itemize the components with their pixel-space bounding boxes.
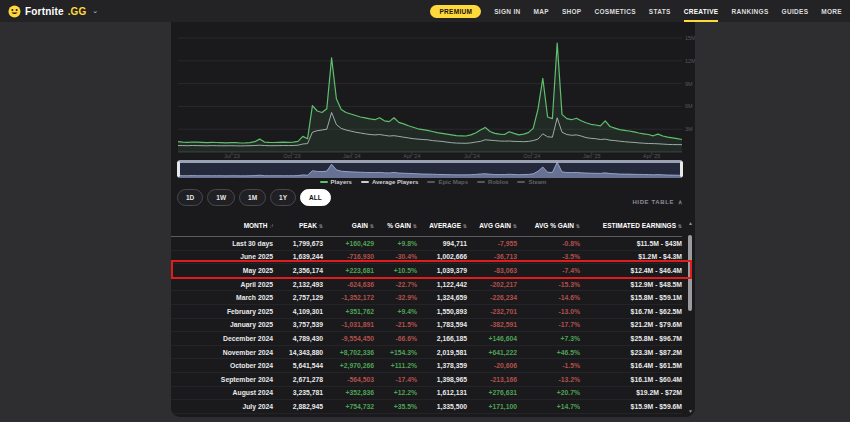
cell: 1,335,500 xyxy=(417,400,467,414)
cell: +171,100 xyxy=(467,400,517,414)
table-scroll-down-icon[interactable]: ▼ xyxy=(688,408,693,414)
table-row-october-2024[interactable]: October 20245,641,544+2,970,266+111.2%1,… xyxy=(171,359,682,373)
table-scrollbar-thumb[interactable] xyxy=(688,235,692,311)
cell: -9,554,450 xyxy=(323,332,374,346)
legend-label: Players xyxy=(331,179,352,185)
cell: $13.9M - $52.3M xyxy=(580,413,682,417)
cell: 2,019,581 xyxy=(417,345,467,359)
range-button-1y[interactable]: 1Y xyxy=(270,189,296,206)
creative-stats-panel: 3M6M9M12M15M Jul '23Oct '23Jan '24Apr '2… xyxy=(171,22,695,417)
column-header-avg-gain[interactable]: AVG % GAIN ⇅ xyxy=(517,215,580,237)
cell: -3.7% xyxy=(517,413,580,417)
nav-link-guides[interactable]: GUIDES xyxy=(782,0,809,22)
navigator-left-handle[interactable] xyxy=(177,161,180,177)
cell: March 2025 xyxy=(171,291,273,305)
range-button-1m[interactable]: 1M xyxy=(239,189,266,206)
cell: 1,550,893 xyxy=(417,304,467,318)
cell: -7,955 xyxy=(467,237,517,251)
cell: 3,757,539 xyxy=(273,318,323,332)
table-row-june-2025[interactable]: June 20251,639,244-716,930-30.4%1,002,66… xyxy=(171,250,682,264)
navigator-right-handle[interactable] xyxy=(680,161,683,177)
legend-dash-icon xyxy=(517,181,525,183)
legend-label: Roblox xyxy=(488,179,508,185)
cell: $16.4M - $61.5M xyxy=(580,359,682,373)
logo-text: Fortnite xyxy=(25,6,64,17)
cell: +9.8% xyxy=(374,237,417,251)
table-row-april-2025[interactable]: April 20252,132,493-624,636-22.7%1,122,4… xyxy=(171,277,682,291)
nav-link-shop[interactable]: SHOP xyxy=(562,0,582,22)
column-header-estimated-earnings[interactable]: ESTIMATED EARNINGS ⇅ xyxy=(580,215,682,237)
legend-item-epic-maps[interactable]: Epic Maps xyxy=(427,179,468,185)
cell: -22.7% xyxy=(374,277,417,291)
range-button-1w[interactable]: 1W xyxy=(207,189,235,206)
cell: -240,031 xyxy=(323,413,374,417)
nav-link-stats[interactable]: STATS xyxy=(649,0,671,22)
hide-table-toggle[interactable]: HIDE TABLE ∧ xyxy=(632,198,683,205)
players-line-chart[interactable] xyxy=(171,22,695,158)
table-row-november-2024[interactable]: November 202414,343,880+8,702,336+154.3%… xyxy=(171,345,682,359)
cell: 5,641,544 xyxy=(273,359,323,373)
table-row-september-2024[interactable]: September 20242,671,278-564,503-17.4%1,3… xyxy=(171,372,682,386)
cell: December 2024 xyxy=(171,332,273,346)
x-axis-label: Oct '24 xyxy=(523,153,540,159)
table-row-last-30-days[interactable]: Last 30 days1,799,673+160,429+9.8%994,71… xyxy=(171,237,682,251)
cell: -21.5% xyxy=(374,318,417,332)
nav-link-sign-in[interactable]: SIGN IN xyxy=(494,0,520,22)
cell: $11.5M - $43M xyxy=(580,237,682,251)
legend-item-roblox[interactable]: Roblox xyxy=(477,179,508,185)
nav-link-creative[interactable]: CREATIVE xyxy=(684,0,719,22)
table-row-february-2025[interactable]: February 20254,109,301+351,762+9.4%1,550… xyxy=(171,304,682,318)
legend-item-average-players[interactable]: Average Players xyxy=(361,179,418,185)
cell: +111.2% xyxy=(374,359,417,373)
cell: August 2024 xyxy=(171,386,273,400)
cell: +9.4% xyxy=(374,304,417,318)
column-header-month[interactable]: MONTH ↓ᶠ xyxy=(171,215,273,237)
cell: +10.5% xyxy=(374,264,417,278)
range-button-1d[interactable]: 1D xyxy=(177,189,203,206)
nav-link-rankings[interactable]: RANKINGS xyxy=(731,0,768,22)
cell: +7.3% xyxy=(517,332,580,346)
cell: -226,234 xyxy=(467,291,517,305)
table-row-july-2024[interactable]: July 20242,882,945+754,732+35.5%1,335,50… xyxy=(171,400,682,414)
cell: -213,166 xyxy=(467,372,517,386)
cell: $15.9M - $59.6M xyxy=(580,400,682,414)
cell: -1,031,891 xyxy=(323,318,374,332)
chart-range-navigator[interactable] xyxy=(178,160,682,178)
cell: 14,343,880 xyxy=(273,345,323,359)
cell: -1.5% xyxy=(517,359,580,373)
cell: 1,799,673 xyxy=(273,237,323,251)
nav-link-cosmetics[interactable]: COSMETICS xyxy=(595,0,636,22)
table-row-may-2025[interactable]: May 20252,356,174+223,681+10.5%1,039,379… xyxy=(171,264,682,278)
column-header-peak[interactable]: PEAK ⇅ xyxy=(273,215,323,237)
legend-dash-icon xyxy=(320,181,328,183)
site-logo[interactable]: Fortnite.GG ⌄ xyxy=(8,5,98,18)
cell: 1,164,400 xyxy=(417,413,467,417)
cell: -7.4% xyxy=(517,264,580,278)
hide-table-label: HIDE TABLE xyxy=(632,199,674,205)
table-row-december-2024[interactable]: December 20244,789,430-9,554,450-66.6%2,… xyxy=(171,332,682,346)
nav-link-map[interactable]: MAP xyxy=(534,0,549,22)
cell: +754,732 xyxy=(323,400,374,414)
column-header-avg-gain[interactable]: AVG GAIN ⇅ xyxy=(467,215,517,237)
legend-item-players[interactable]: Players xyxy=(320,179,352,185)
table-row-january-2025[interactable]: January 20253,757,539-1,031,891-21.5%1,7… xyxy=(171,318,682,332)
premium-button[interactable]: PREMIUM xyxy=(430,5,481,18)
time-range-buttons: 1D1W1M1YALL xyxy=(177,189,331,206)
cell: 2,671,278 xyxy=(273,372,323,386)
table-scroll-up-icon[interactable]: ▲ xyxy=(688,220,693,226)
cell: 1,122,442 xyxy=(417,277,467,291)
cell: -0.8% xyxy=(517,237,580,251)
column-header-gain[interactable]: GAIN ⇅ xyxy=(323,215,374,237)
x-axis-label: Jan '24 xyxy=(343,153,361,159)
cell: 1,398,965 xyxy=(417,372,467,386)
table-row-june-2024[interactable]: June 20242,128,213-240,031-10.1%1,164,40… xyxy=(171,413,682,417)
cell: +154.3% xyxy=(374,345,417,359)
range-button-all[interactable]: ALL xyxy=(300,189,331,206)
column-header-average[interactable]: AVERAGE ⇅ xyxy=(417,215,467,237)
table-row-march-2025[interactable]: March 20252,757,129-1,352,172-32.9%1,324… xyxy=(171,291,682,305)
legend-item-steam[interactable]: Steam xyxy=(517,179,546,185)
nav-link-more[interactable]: MORE xyxy=(821,0,842,22)
table-row-august-2024[interactable]: August 20243,235,781+352,836+12.2%1,612,… xyxy=(171,386,682,400)
cell: +223,681 xyxy=(323,264,374,278)
column-header--gain[interactable]: % GAIN ⇅ xyxy=(374,215,417,237)
